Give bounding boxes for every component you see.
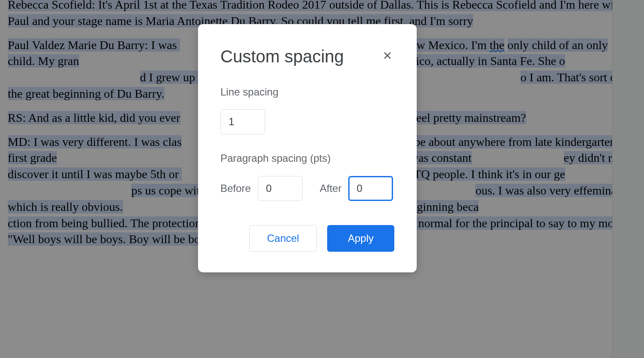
cancel-button[interactable]: Cancel	[249, 225, 317, 252]
line-spacing-input[interactable]	[220, 109, 265, 134]
close-icon	[382, 50, 393, 61]
custom-spacing-dialog: Custom spacing Line spacing Paragraph sp…	[198, 24, 417, 272]
apply-button[interactable]: Apply	[327, 225, 394, 252]
line-spacing-label: Line spacing	[220, 85, 394, 99]
dialog-title: Custom spacing	[220, 45, 344, 68]
close-button[interactable]	[381, 49, 394, 65]
paragraph-spacing-label: Paragraph spacing (pts)	[220, 151, 394, 165]
after-label: After	[320, 182, 342, 195]
before-label: Before	[220, 182, 251, 195]
before-input[interactable]	[258, 176, 303, 201]
after-input[interactable]	[348, 176, 393, 201]
